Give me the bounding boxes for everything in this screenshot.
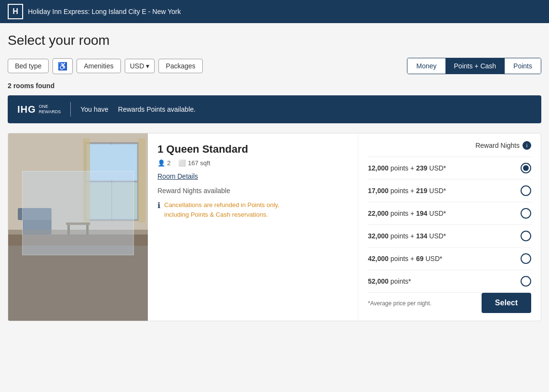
cancellation-text-part2: including Points & Cash reservations. [164,211,268,218]
one-rewards-line1: ONE [39,104,49,109]
filter-left: Bed type ♿ Amenities USD ▾ Packages [8,58,203,74]
svg-rect-14 [67,225,70,235]
filter-bar: Bed type ♿ Amenities USD ▾ Packages Mone… [8,58,541,74]
room-details-link[interactable]: Room Details [157,172,348,180]
info-icon: ℹ [157,201,160,210]
you-have-text: You have [80,105,108,113]
price-options-container: 12,000 points + 239 USD*17,000 points + … [368,157,531,293]
banner-divider [70,102,71,117]
pricing-panel: Reward Nights i 12,000 points + 239 USD*… [358,133,541,321]
chevron-down-icon: ▾ [146,62,149,70]
select-button[interactable]: Select [482,293,531,313]
amenities-button[interactable]: Amenities [77,59,120,73]
reward-nights-available: Reward Nights available [157,187,348,195]
room-image-placeholder [8,133,148,321]
reward-nights-header: Reward Nights i [368,141,531,150]
room-info: 1 Queen Standard 👤 2 ⬜ 167 sqft Room Det… [148,133,358,321]
main-content: Select your room Bed type ♿ Amenities US… [0,23,549,340]
ihg-logo-text: IHG [17,104,36,115]
svg-rect-15 [86,225,89,235]
room-meta: 👤 2 ⬜ 167 sqft [157,159,348,167]
hotel-logo-icon: H [8,4,23,19]
money-toggle-button[interactable]: Money [407,58,445,74]
footnote: *Average price per night. [368,300,431,307]
currency-selector[interactable]: USD ▾ [125,59,155,73]
radio-button[interactable] [521,231,531,241]
points-toggle-button[interactable]: Points [505,58,541,74]
radio-button[interactable] [521,276,531,287]
packages-button[interactable]: Packages [158,59,202,73]
select-footer: *Average price per night. Select [368,293,531,313]
svg-rect-8 [87,183,137,219]
cancellation-text-part1: Cancellations are refunded in Points onl… [164,201,279,209]
rewards-message: Rewards Points available. [118,105,196,113]
svg-rect-11 [23,215,52,235]
room-card: 1 Queen Standard 👤 2 ⬜ 167 sqft Room Det… [8,133,541,321]
cancellation-notice: ℹ Cancellations are refunded in Points o… [157,200,348,219]
points-cash-toggle-button[interactable]: Points + Cash [445,58,505,74]
hotel-name-link[interactable]: Holiday Inn Express: Long Island City E … [28,8,181,15]
radio-button[interactable] [521,185,531,196]
price-option[interactable]: 42,000 points + 69 USD* [368,248,531,270]
guest-count: 👤 2 [157,159,170,167]
svg-rect-16 [8,230,148,278]
price-option[interactable]: 52,000 points* [368,270,531,293]
payment-toggle: Money Points + Cash Points [407,58,541,74]
one-rewards-line2: REWARDS [39,109,61,115]
svg-rect-6 [87,144,137,180]
svg-rect-13 [66,222,90,225]
svg-rect-0 [8,230,148,278]
price-option[interactable]: 17,000 points + 219 USD* [368,180,531,202]
room-sqft: ⬜ 167 sqft [178,159,210,167]
accessibility-button[interactable]: ♿ [52,58,73,74]
radio-button[interactable] [521,208,531,219]
price-option[interactable]: 12,000 points + 239 USD* [368,157,531,180]
price-option[interactable]: 22,000 points + 194 USD* [368,202,531,225]
bed-type-button[interactable]: Bed type [8,59,49,73]
price-option[interactable]: 32,000 points + 134 USD* [368,225,531,248]
size-icon: ⬜ [178,159,186,167]
radio-button[interactable] [521,163,531,173]
rewards-banner: IHG ONE REWARDS You have Rewards Points … [8,95,541,123]
reward-nights-info-icon[interactable]: i [523,141,531,150]
svg-rect-10 [138,138,145,222]
svg-rect-9 [83,138,90,222]
person-icon: 👤 [157,159,165,167]
accessibility-icon: ♿ [58,62,67,70]
radio-button[interactable] [521,253,531,264]
svg-rect-12 [18,208,52,220]
top-bar: H Holiday Inn Express: Long Island City … [0,0,549,23]
room-name: 1 Queen Standard [157,143,348,156]
room-image [8,133,148,321]
rooms-found-label: 2 rooms found [8,82,541,90]
page-title: Select your room [8,33,541,48]
